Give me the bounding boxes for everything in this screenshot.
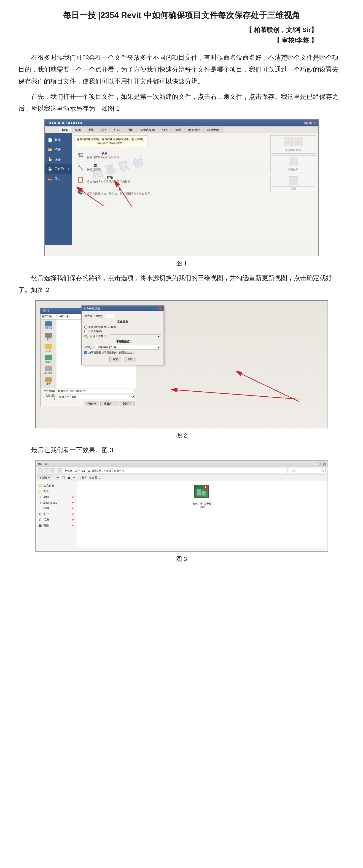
tab-addins[interactable]: 附加模块 (185, 127, 204, 133)
pin-icon-desktop: 📌 (71, 496, 74, 498)
explorer-window-btns: － □ ✕ (315, 462, 326, 466)
sidebar-downloads[interactable]: ⬇ Downloads 📌 (36, 500, 77, 505)
sidebar-music[interactable]: 🎵 音乐 📌 (36, 517, 77, 523)
nav-back[interactable]: ← (37, 468, 42, 473)
save-to-central-checkbox[interactable] (84, 326, 87, 329)
sidebar-documents[interactable]: 📄 文档 📌 (36, 505, 77, 511)
save-tooltip: 保存当前项目或族。将当前项目另存为样板、将所有族、组或视图保存到库中。 (74, 135, 148, 147)
favs-icon-sm (45, 355, 52, 360)
max-backups-input[interactable] (105, 314, 114, 318)
tab-manage[interactable]: 管理 (172, 127, 185, 133)
nav-up[interactable]: ↑ (50, 468, 55, 473)
minimize-icon[interactable]: － (304, 121, 308, 125)
stair-btn[interactable]: ⬜ (289, 176, 298, 185)
sidebar-desktop-item[interactable]: 🖥 桌面 📌 (36, 494, 77, 500)
explorer-sidebar: 🏠 主文件夹 📁 图库 🖥 桌面 📌 ⬇ Downloads (36, 481, 77, 547)
source-select[interactable]: 三维视图: {三维} (96, 345, 161, 349)
save-option-project[interactable]: 🏗 项目 保存当前的 Revit 项目文件。 (74, 150, 268, 162)
save-option-family[interactable]: 🔧 族 保存当前族。 (74, 162, 268, 174)
sort-btn[interactable]: ↕ 排序 (80, 476, 87, 479)
sidebar-favorites[interactable]: 收藏夹 (45, 355, 52, 364)
tab-structure[interactable]: 结构 (71, 127, 84, 133)
tab-architecture[interactable]: 建筑 (59, 127, 71, 133)
revit-file-item[interactable]: R 鲤鱼中学 综合楼场布 (192, 485, 212, 509)
regenerate-row: 如果视图/图纸不是最新的，则重新生成(G). (84, 351, 161, 354)
compress-checkbox[interactable] (84, 330, 87, 333)
sidebar-gallery[interactable]: 📁 图库 (36, 489, 77, 494)
search-box[interactable]: 搜索 🔍 (289, 468, 326, 473)
tab-insert[interactable]: 插入 (98, 127, 111, 133)
music-label: 音乐 (43, 518, 49, 522)
tab-view[interactable]: 视图 (124, 127, 137, 133)
tab-collaborate[interactable]: 协作 (159, 127, 172, 133)
rename-btn[interactable]: ✏ (73, 476, 75, 479)
filename-label: 文件名(N): (42, 389, 56, 393)
stair-icons-row: ⬜ (272, 176, 314, 185)
cut-btn[interactable]: ✂ (57, 476, 59, 479)
stair-label: 楼梯 (272, 186, 314, 190)
explorer-minimize[interactable]: － (315, 462, 318, 466)
project-icon: 🏗 (77, 151, 85, 160)
pin-icon-docs: 📌 (71, 507, 74, 509)
options-button[interactable]: 选项(P)... (100, 401, 118, 406)
sidebar-computer[interactable]: 我的视频 (44, 366, 53, 375)
revit-r-logo: R (204, 486, 208, 489)
saveas-icon: 💾 (48, 166, 53, 172)
cancel-button[interactable]: 取消(C) (119, 401, 134, 406)
menu-open[interactable]: 📂 打开 (45, 145, 72, 155)
explorer-main-area: R 鲤鱼中学 综合楼场布 (77, 481, 328, 547)
nav-refresh[interactable]: ↻ (57, 468, 62, 473)
copy-btn[interactable]: 📋 (62, 476, 65, 479)
desktop-icon-sm (45, 333, 52, 338)
sidebar-network[interactable]: 桌面 (45, 377, 52, 386)
home-icon: 🏠 (38, 484, 42, 488)
curtain-grid-btn[interactable]: ⬜ (284, 137, 293, 146)
explorer-path-bar[interactable]: 此电脑 › 工作 (G:) › 01-柏慕联创 › 4-项目 › 每日一技 (63, 468, 288, 473)
sidebar-desktop[interactable]: 桌面 (45, 333, 52, 341)
explorer-maximize[interactable]: □ (319, 462, 322, 466)
file-icon-wrapper: R (194, 485, 210, 501)
tab-modeling[interactable]: 建模大师 (204, 127, 222, 133)
sidebar-videos[interactable]: 🎬 视频 📌 (36, 523, 77, 528)
tab-system[interactable]: 系统 (85, 127, 97, 133)
options-cancel-btn[interactable]: 取消 (124, 356, 136, 362)
export-icon: 📤 (48, 176, 53, 181)
regenerate-checkbox[interactable] (84, 351, 87, 354)
menu-save[interactable]: 💾 保存 (45, 155, 72, 164)
delete-btn[interactable]: 🗑 (67, 476, 70, 479)
svg-line-5 (242, 374, 299, 401)
videos-label: 视频 (43, 524, 49, 527)
max-backups-row: 最大备份数(M): (84, 314, 161, 318)
tab-annotate[interactable]: 注释 (111, 127, 123, 133)
save-option-template[interactable]: 📋 样板 将当前的 Revit 项目文件另存为样板。 (74, 174, 268, 186)
mullion-btn[interactable]: ⬜ (294, 137, 303, 146)
save-button[interactable]: 保存(S) (84, 401, 99, 406)
sidebar-pictures[interactable]: 🖼 图片 📌 (36, 511, 77, 517)
menu-new[interactable]: 📄 新建 (45, 135, 72, 145)
more-btn[interactable]: ... (99, 476, 101, 479)
nav-forward[interactable]: → (44, 468, 49, 473)
filetype-row: 文件类型(T): 项目文件 (*.rvt) (42, 394, 135, 400)
menu-saveas[interactable]: 💾 另存为 ▶ (45, 164, 72, 174)
save-option-library[interactable]: 📚 库 将所有已载入族、选定族、组或视图的副本保存到库。 (74, 186, 268, 198)
new-btn[interactable]: ⊕ 新建 ▼ (37, 475, 52, 480)
fig1-caption: 图 1 (18, 259, 345, 268)
sidebar-recent[interactable]: 历史记录 (44, 321, 53, 330)
maximize-icon[interactable]: □ (308, 121, 312, 125)
docs-label: 文档 (47, 349, 51, 352)
tab-massing[interactable]: 体量和场地 (137, 127, 158, 133)
menu-export[interactable]: 📤 导出 (45, 174, 72, 183)
filename-input[interactable] (57, 389, 135, 393)
sidebar-main-folder[interactable]: 🏠 主文件夹 (36, 483, 77, 489)
close-icon[interactable]: ✕ (313, 121, 316, 125)
explorer-close[interactable]: ✕ (323, 462, 326, 466)
view-btn[interactable]: ☰ 查看 (89, 476, 97, 479)
options-close-btn[interactable]: ✕ (158, 307, 162, 310)
railing-btn[interactable]: ⬜ (289, 157, 298, 166)
sidebar-documents[interactable]: 文档 (45, 344, 52, 352)
revit-backstage: 📄 新建 📂 打开 💾 保存 💾 另存为 ▶ (45, 133, 319, 245)
default-workset-select[interactable] (110, 335, 161, 338)
options-ok-btn[interactable]: 确定 (109, 356, 121, 362)
filetype-select[interactable]: 项目文件 (*.rvt) (57, 395, 135, 399)
pin-icon-pics: 📌 (71, 513, 74, 515)
